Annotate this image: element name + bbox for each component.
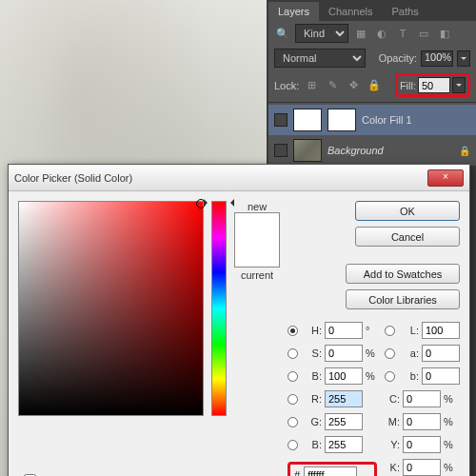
unit-pct: % <box>444 439 455 450</box>
label-bb: B: <box>301 439 322 450</box>
input-m[interactable] <box>403 413 441 430</box>
new-color <box>235 213 279 240</box>
unit-pct: % <box>444 393 455 405</box>
visibility-icon[interactable] <box>274 113 288 127</box>
radio-a[interactable] <box>385 348 395 359</box>
fill-dropdown[interactable] <box>452 77 466 93</box>
radio-b[interactable] <box>288 371 298 382</box>
input-g[interactable] <box>325 413 363 430</box>
input-y[interactable] <box>403 436 441 453</box>
input-a[interactable] <box>422 345 460 362</box>
lock-all-icon[interactable]: 🔒 <box>366 77 383 94</box>
fill-input[interactable] <box>418 77 450 93</box>
radio-bb[interactable] <box>288 440 298 450</box>
label-h: H: <box>301 325 322 336</box>
input-bb[interactable] <box>325 436 363 453</box>
label-lb: b: <box>398 370 419 382</box>
input-c[interactable] <box>403 390 441 407</box>
label-y: Y: <box>385 439 400 450</box>
radio-g[interactable] <box>288 417 298 427</box>
radio-lb[interactable] <box>385 371 395 382</box>
opacity-value[interactable]: 100% <box>421 50 453 67</box>
label-a: a: <box>398 347 419 359</box>
filter-type-icon[interactable]: T <box>394 25 411 42</box>
dialog-titlebar[interactable]: Color Picker (Solid Color) × <box>9 165 469 191</box>
opacity-dropdown[interactable] <box>457 50 470 67</box>
ok-button[interactable]: OK <box>355 201 460 221</box>
visibility-icon[interactable] <box>274 144 288 157</box>
lock-label: Lock: <box>274 80 299 91</box>
lock-brush-icon[interactable]: ✎ <box>324 77 341 94</box>
layer-mask[interactable] <box>327 109 356 131</box>
input-r[interactable] <box>325 390 363 407</box>
cancel-button[interactable]: Cancel <box>355 227 460 247</box>
blend-mode[interactable]: Normal <box>274 49 366 68</box>
input-b[interactable] <box>325 367 363 385</box>
hex-highlight: # <box>288 462 377 476</box>
input-s[interactable] <box>325 345 363 362</box>
lock-move-icon[interactable]: ✥ <box>345 77 362 94</box>
label-g: G: <box>301 416 322 427</box>
tab-paths[interactable]: Paths <box>383 2 428 21</box>
input-k[interactable] <box>403 459 441 476</box>
color-picker-dialog: Color Picker (Solid Color) × new current… <box>8 164 470 476</box>
layer-row-colorfill[interactable]: Color Fill 1 <box>268 105 476 135</box>
layer-row-background[interactable]: Background 🔒 <box>268 135 476 166</box>
filter-adjust-icon[interactable]: ◐ <box>373 25 390 42</box>
radio-h[interactable] <box>288 326 298 336</box>
label-c: C: <box>385 393 400 405</box>
add-swatch-button[interactable]: Add to Swatches <box>346 264 460 284</box>
lock-transparent-icon[interactable]: ⊞ <box>303 77 320 94</box>
color-swatch <box>234 212 280 268</box>
lock-icon: 🔒 <box>459 146 470 156</box>
label-r: R: <box>301 393 322 405</box>
label-l: L: <box>398 325 419 336</box>
layer-name[interactable]: Background <box>327 145 384 156</box>
fill-label: Fill: <box>400 80 416 91</box>
unit-pct: % <box>444 462 455 473</box>
filter-pixel-icon[interactable]: ▦ <box>352 25 369 42</box>
layer-thumb[interactable] <box>293 109 322 131</box>
label-k: K: <box>385 462 400 473</box>
dialog-title: Color Picker (Solid Color) <box>14 172 427 184</box>
tab-layers[interactable]: Layers <box>268 2 319 21</box>
unit-pct: % <box>366 370 377 382</box>
layer-thumb[interactable] <box>293 139 322 162</box>
color-libraries-button[interactable]: Color Libraries <box>346 289 460 309</box>
label-s: S: <box>301 347 322 359</box>
label-b: B: <box>301 370 322 382</box>
unit-pct: % <box>366 347 377 359</box>
current-label: current <box>234 269 280 281</box>
filter-shape-icon[interactable]: ▭ <box>415 25 432 42</box>
hex-label: # <box>294 469 300 476</box>
new-label: new <box>234 201 280 212</box>
close-button[interactable]: × <box>427 169 464 187</box>
opacity-label: Opacity: <box>379 52 417 64</box>
input-lb[interactable] <box>422 367 460 385</box>
unit-deg: ° <box>366 325 377 336</box>
radio-r[interactable] <box>288 394 298 405</box>
color-field[interactable] <box>18 201 204 416</box>
input-h[interactable] <box>325 322 363 339</box>
hex-input[interactable] <box>304 466 357 476</box>
kind-filter[interactable]: Kind <box>295 24 348 43</box>
search-icon: 🔍 <box>274 25 291 42</box>
radio-l[interactable] <box>385 326 395 336</box>
input-l[interactable] <box>422 322 460 339</box>
layers-panel: Layers Channels Paths 🔍 Kind ▦ ◐ T ▭ ◧ N… <box>268 0 476 166</box>
radio-s[interactable] <box>288 348 298 359</box>
label-m: M: <box>385 416 400 427</box>
hue-slider[interactable] <box>211 201 227 416</box>
hue-cursor[interactable] <box>207 199 231 205</box>
unit-pct: % <box>444 416 455 427</box>
tab-channels[interactable]: Channels <box>319 2 382 21</box>
filter-smart-icon[interactable]: ◧ <box>436 25 453 42</box>
current-color[interactable] <box>235 240 279 267</box>
fill-highlight: Fill: <box>395 73 470 97</box>
layer-name[interactable]: Color Fill 1 <box>362 114 412 126</box>
